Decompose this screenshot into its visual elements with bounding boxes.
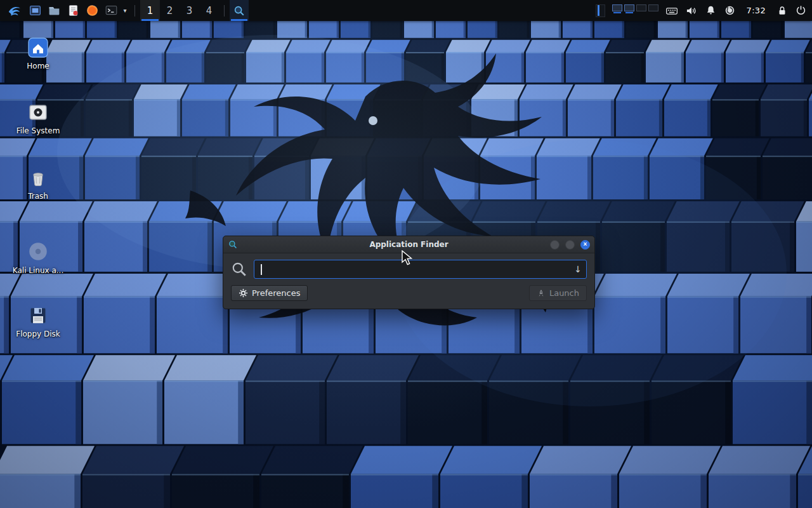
panel-separator bbox=[134, 5, 135, 17]
application-finder-icon bbox=[228, 239, 238, 250]
filesystem-drive-icon bbox=[27, 102, 49, 123]
pager-workspace-2[interactable] bbox=[624, 4, 634, 11]
text-caret bbox=[261, 264, 262, 275]
window-content: ↓ Preferences Launch bbox=[223, 253, 594, 309]
keyboard-icon[interactable] bbox=[665, 0, 678, 21]
trash-icon bbox=[27, 167, 49, 189]
pager-workspace-1[interactable] bbox=[612, 4, 622, 11]
firefox-icon[interactable] bbox=[82, 0, 102, 21]
maximize-button[interactable] bbox=[565, 240, 575, 250]
updates-icon[interactable] bbox=[724, 0, 736, 21]
application-search-input[interactable] bbox=[260, 265, 571, 274]
clock[interactable]: 7:32 bbox=[743, 6, 769, 15]
home-folder-icon bbox=[27, 37, 49, 58]
top-panel: ▾ 1 2 3 4 7:32 bbox=[0, 0, 812, 21]
launch-rocket-icon bbox=[537, 289, 546, 298]
preferences-label: Preferences bbox=[252, 288, 300, 298]
desktop-icon-file-system[interactable]: File System bbox=[5, 102, 71, 135]
search-icon bbox=[231, 261, 247, 277]
launch-button[interactable]: Launch bbox=[529, 285, 587, 301]
desktop-icon-floppy-disk[interactable]: Floppy Disk bbox=[5, 305, 71, 338]
desktop-icon-label: Floppy Disk bbox=[16, 330, 60, 338]
desktop-icon-trash[interactable]: Trash bbox=[5, 167, 71, 201]
gear-icon bbox=[239, 288, 248, 298]
workspace-button-4[interactable]: 4 bbox=[199, 0, 219, 21]
floppy-disk-icon bbox=[27, 305, 49, 326]
text-editor-icon[interactable] bbox=[63, 0, 82, 21]
taskbar-application-finder[interactable] bbox=[230, 0, 249, 21]
screenlock-icon[interactable] bbox=[776, 0, 788, 21]
workspace-label: 4 bbox=[206, 5, 213, 17]
desktop-icon-kali-installer[interactable]: Kali Linux a... bbox=[5, 240, 71, 275]
workspace-button-3[interactable]: 3 bbox=[180, 0, 199, 21]
application-finder-window: Application Finder × ↓ Preferences Launc… bbox=[223, 236, 595, 309]
pager-workspace-4[interactable] bbox=[648, 4, 658, 11]
volume-icon[interactable] bbox=[685, 0, 698, 21]
desktop-icon-label: Home bbox=[27, 62, 49, 70]
search-icon bbox=[233, 4, 246, 17]
cpu-graph-icon[interactable] bbox=[596, 4, 605, 17]
kali-menu-icon[interactable] bbox=[4, 0, 25, 21]
preferences-button[interactable]: Preferences bbox=[231, 285, 308, 301]
pager-workspace-3[interactable] bbox=[636, 4, 646, 11]
workspace-label: 3 bbox=[187, 5, 193, 17]
workspace-button-1[interactable]: 1 bbox=[140, 0, 160, 21]
file-manager-icon[interactable] bbox=[25, 0, 44, 21]
kali-installer-icon bbox=[27, 240, 49, 263]
panel-status-area: 7:32 bbox=[596, 0, 808, 21]
notifications-icon[interactable] bbox=[705, 0, 717, 21]
desktop-icon-home[interactable]: Home bbox=[5, 37, 71, 70]
desktop-icon-label: File System bbox=[16, 126, 60, 135]
folder-icon[interactable] bbox=[44, 0, 63, 21]
workspace-label: 2 bbox=[167, 5, 173, 17]
close-button[interactable]: × bbox=[580, 240, 590, 250]
window-titlebar[interactable]: Application Finder × bbox=[223, 236, 594, 253]
terminal-dropdown-chevron[interactable]: ▾ bbox=[121, 0, 129, 21]
window-title: Application Finder bbox=[223, 240, 594, 249]
workspace-label: 1 bbox=[147, 5, 154, 17]
minimize-button[interactable] bbox=[550, 240, 560, 250]
workspace-button-2[interactable]: 2 bbox=[160, 0, 180, 21]
dropdown-arrow-icon[interactable]: ↓ bbox=[574, 264, 582, 274]
terminal-icon[interactable] bbox=[102, 0, 121, 21]
launch-label: Launch bbox=[549, 288, 579, 298]
panel-separator bbox=[224, 5, 225, 17]
desktop-icon-label: Trash bbox=[28, 192, 48, 201]
logout-icon[interactable] bbox=[795, 0, 807, 21]
search-entry[interactable]: ↓ bbox=[254, 260, 587, 279]
workspace-pager[interactable] bbox=[612, 0, 658, 21]
desktop-icon-label: Kali Linux a... bbox=[13, 266, 63, 275]
